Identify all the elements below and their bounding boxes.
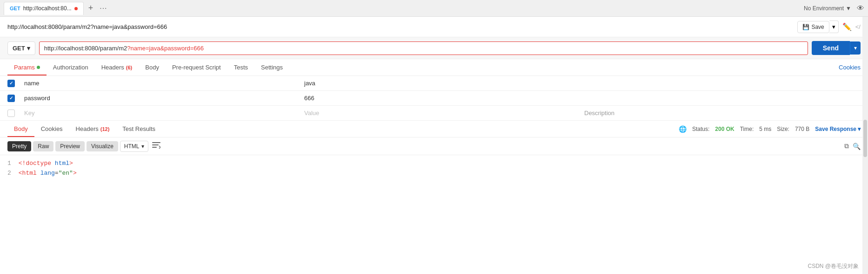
line-number-2: 2: [7, 169, 11, 178]
url-display: http://localhost:8080/param/m2?name=java…: [7, 23, 167, 30]
send-button[interactable]: Send: [812, 41, 850, 55]
url-bar-container: http://localhost:8080/param/m2?name=java…: [0, 17, 868, 37]
response-tab-cookies[interactable]: Cookies: [34, 121, 69, 137]
code-icon[interactable]: </: [855, 23, 861, 30]
more-tabs-button[interactable]: ···: [98, 4, 109, 13]
save-icon: 💾: [802, 24, 809, 30]
tab-pre-request[interactable]: Pre-request Script: [166, 59, 227, 75]
tab-settings-label: Settings: [261, 64, 283, 71]
svg-rect-2: [152, 147, 157, 148]
url-bar-actions: 💾 Save ▾ ✏️ </: [797, 21, 861, 33]
request-tab[interactable]: GET http://localhost:80...: [4, 2, 84, 15]
table-row: password 666: [0, 91, 868, 106]
pencil-icon: ✏️: [842, 23, 852, 31]
code-line-1: 1 <!doctype html>: [7, 159, 861, 169]
response-test-results-label: Test Results: [122, 125, 155, 132]
code-content-2: <html lang="en">: [19, 169, 77, 178]
response-section: Body Cookies Headers (12) Test Results 🌐…: [0, 121, 868, 182]
edit-icon-button[interactable]: ✏️: [842, 22, 852, 31]
tab-authorization[interactable]: Authorization: [47, 59, 95, 75]
format-btn-preview[interactable]: Preview: [55, 141, 85, 151]
response-status-bar: 🌐 Status: 200 OK Time: 5 ms Size: 770 B …: [679, 125, 861, 133]
tab-method-badge: GET: [10, 6, 20, 11]
new-tab-button[interactable]: +: [86, 3, 96, 13]
save-response-chevron: ▾: [858, 126, 861, 132]
tab-bar: GET http://localhost:80... + ··· No Envi…: [0, 0, 868, 17]
response-headers-label: Headers: [76, 125, 99, 132]
tab-body-label: Body: [145, 64, 159, 71]
send-button-group: Send ▾: [812, 41, 861, 55]
url-input[interactable]: http://localhost:8080/param/m2?name=java…: [39, 41, 808, 55]
table-row: name java: [0, 76, 868, 91]
response-body-label: Body: [14, 125, 28, 132]
tab-tests[interactable]: Tests: [227, 59, 254, 75]
row2-key[interactable]: password: [22, 91, 300, 105]
row1-value[interactable]: java: [300, 76, 581, 90]
tab-headers[interactable]: Headers (6): [95, 59, 139, 75]
method-label: GET: [13, 45, 25, 52]
size-text: Size:: [777, 126, 789, 132]
empty-checkbox[interactable]: [7, 110, 15, 117]
response-tab-headers[interactable]: Headers (12): [69, 121, 116, 137]
row2-checkbox[interactable]: [7, 95, 15, 102]
save-response-button[interactable]: Save Response ▾: [815, 126, 861, 132]
environment-label: No Environment: [804, 5, 844, 12]
send-chevron-button[interactable]: ▾: [850, 41, 861, 55]
empty-description[interactable]: Description: [581, 106, 861, 120]
format-bar-right: ⧉ 🔍: [844, 142, 861, 150]
copy-icon[interactable]: ⧉: [844, 142, 849, 150]
size-value: 770 B: [795, 126, 809, 132]
method-chevron-icon: ▾: [27, 45, 30, 52]
response-tab-test-results[interactable]: Test Results: [116, 121, 162, 137]
row2-description[interactable]: [581, 95, 861, 102]
response-tab-body[interactable]: Body: [7, 121, 34, 137]
scrollbar[interactable]: [862, 17, 868, 182]
svg-rect-0: [152, 142, 160, 143]
search-icon[interactable]: 🔍: [853, 143, 861, 150]
code-line-2: 2 <html lang="en">: [7, 169, 861, 178]
tab-prerequest-label: Pre-request Script: [172, 64, 221, 71]
line-number-1: 1: [7, 159, 11, 169]
row1-key[interactable]: name: [22, 76, 300, 90]
headers-badge: (6): [126, 65, 132, 70]
empty-check-cell: [7, 110, 22, 117]
tab-bar-right: No Environment ▼ 👁: [804, 4, 864, 13]
eye-icon[interactable]: 👁: [857, 4, 864, 13]
tab-headers-label: Headers: [101, 64, 124, 71]
row2-value[interactable]: 666: [300, 91, 581, 105]
chevron-down-icon: ▼: [846, 5, 851, 12]
row1-description[interactable]: [581, 80, 861, 87]
url-base: http://localhost:8080/param/m2: [44, 45, 127, 52]
save-chevron-button[interactable]: ▾: [829, 21, 839, 33]
tab-authorization-label: Authorization: [53, 64, 88, 71]
empty-key[interactable]: Key: [22, 106, 300, 120]
cookies-link[interactable]: Cookies: [839, 64, 861, 71]
format-btn-visualize[interactable]: Visualize: [87, 141, 118, 151]
tab-url: http://localhost:80...: [23, 5, 72, 12]
tab-modified-dot: [74, 7, 78, 10]
format-btn-raw[interactable]: Raw: [33, 141, 53, 151]
environment-selector[interactable]: No Environment ▼: [804, 5, 851, 12]
svg-rect-1: [152, 144, 159, 145]
row1-checkbox[interactable]: [7, 80, 15, 87]
method-selector[interactable]: GET ▾: [7, 41, 35, 55]
empty-value[interactable]: Value: [300, 106, 581, 120]
format-btn-pretty[interactable]: Pretty: [7, 141, 31, 151]
url-query: ?name=java&password=666: [127, 45, 204, 52]
save-button[interactable]: 💾 Save: [797, 21, 829, 33]
tab-settings[interactable]: Settings: [254, 59, 289, 75]
save-response-label: Save Response: [815, 126, 856, 132]
params-table: name java password 666 Key Value Descrip…: [0, 76, 868, 121]
globe-icon: 🌐: [679, 125, 687, 133]
code-content-1: <!doctype html>: [19, 159, 73, 169]
request-bar: GET ▾ http://localhost:8080/param/m2?nam…: [0, 37, 868, 59]
status-value: 200 OK: [715, 126, 734, 132]
request-nav-tabs: Params Authorization Headers (6) Body Pr…: [0, 59, 868, 76]
save-label: Save: [811, 24, 824, 30]
tab-tests-label: Tests: [234, 64, 248, 71]
format-type-selector[interactable]: HTML ▾: [120, 141, 148, 152]
scrollbar-thumb[interactable]: [863, 120, 867, 157]
tab-params[interactable]: Params: [7, 59, 47, 75]
tab-body[interactable]: Body: [139, 59, 166, 75]
wrap-lines-icon[interactable]: [150, 140, 162, 152]
